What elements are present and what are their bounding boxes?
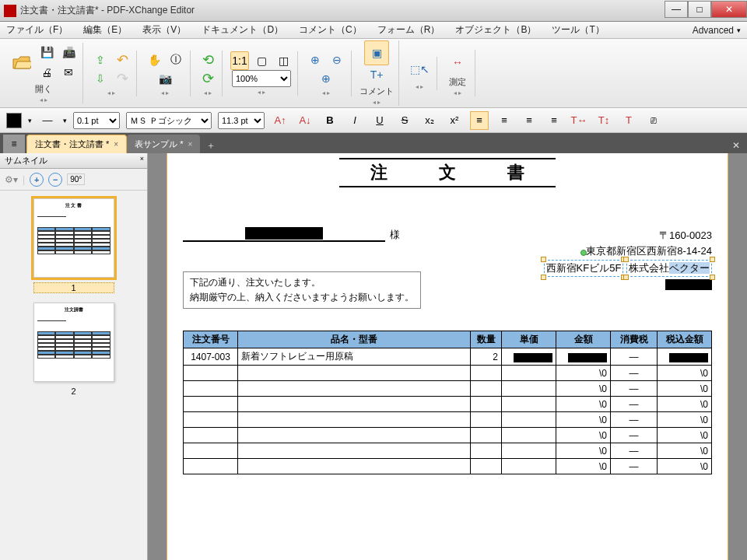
close-button[interactable]: ✕ [711, 1, 747, 18]
zoom-marquee-button[interactable]: ⊕ [317, 69, 335, 88]
menu-form[interactable]: フォーム（R） [377, 23, 440, 37]
export-button[interactable]: ⇪ [91, 51, 110, 69]
align-justify[interactable]: ≡ [545, 111, 563, 130]
document-area: 注 文 書 様 〒160-0023 東京都新宿区西新宿8-14-24 西新宿KF… [148, 153, 747, 560]
zoom-out-button[interactable]: ⊖ [328, 51, 346, 69]
line-width-select[interactable]: 0.1 pt [73, 112, 120, 129]
underline-button[interactable]: U [370, 111, 389, 130]
menu-file[interactable]: ファイル（F） [6, 23, 68, 37]
grow-font[interactable]: A↑ [271, 111, 289, 130]
thumb-zoom-out[interactable]: − [48, 173, 62, 187]
italic-button[interactable]: I [345, 111, 364, 130]
object-select[interactable]: ⬚↖ [407, 57, 432, 82]
open-button[interactable] [9, 50, 34, 75]
table-cell [502, 348, 556, 366]
clear-format[interactable]: ⎚ [644, 111, 663, 130]
fill-color[interactable] [6, 113, 22, 128]
email-button[interactable]: ✉ [59, 63, 78, 82]
select-tool[interactable]: Ⓘ [167, 51, 185, 69]
tab-close-all[interactable]: ✕ [728, 138, 744, 153]
minimize-button[interactable]: — [665, 1, 688, 18]
strike-button[interactable]: S [395, 111, 414, 130]
text-options[interactable]: T [619, 111, 638, 130]
panel-close-icon[interactable]: × [140, 155, 144, 163]
align-left[interactable]: ≡ [470, 111, 489, 130]
thumb-rotate[interactable]: 90° [67, 173, 85, 185]
table-cell: \0 [556, 366, 611, 381]
note-box: 下記の通り、注文いたします。 納期厳守の上、納入くださいますようお願いします。 [183, 271, 421, 309]
undo-button[interactable]: ↶ [113, 51, 132, 69]
thumb-zoom-in[interactable]: + [30, 173, 44, 187]
align-center[interactable]: ≡ [495, 111, 514, 130]
subscript-button[interactable]: x₂ [420, 111, 439, 130]
thumbnail-toolbar: ⚙▾ | + − 90° [0, 169, 147, 191]
table-cell [184, 412, 238, 428]
tab-handle[interactable]: ≡ [3, 135, 25, 153]
table-cell: \0 [658, 397, 712, 412]
thumbnail-1[interactable]: 注 文 書 1 [33, 198, 114, 293]
table-cell: — [611, 459, 658, 474]
hand-tool[interactable]: ✋ [145, 51, 163, 69]
add-text-button[interactable]: T+ [367, 65, 386, 84]
line-style[interactable]: — [38, 111, 57, 130]
menu-document[interactable]: ドキュメント（D） [202, 23, 283, 37]
document-scroll[interactable]: 注 文 書 様 〒160-0023 東京都新宿区西新宿8-14-24 西新宿KF… [148, 153, 747, 560]
tab-close-icon[interactable]: × [188, 140, 193, 149]
menu-comment[interactable]: コメント（C） [299, 23, 362, 37]
redacted [665, 279, 712, 290]
font-size-select[interactable]: 11.3 pt [218, 112, 265, 129]
actual-size-button[interactable]: 1:1 [230, 51, 249, 70]
save-button[interactable]: 💾 [37, 43, 56, 61]
table-row: \0—\0 [184, 397, 712, 412]
thumbnail-2[interactable]: 注文請書 2 [33, 303, 114, 396]
align-right[interactable]: ≡ [520, 111, 538, 130]
table-cell: \0 [556, 397, 611, 412]
tab-close-icon[interactable]: × [114, 140, 118, 149]
bold-button[interactable]: B [321, 111, 339, 130]
chevron-down-icon[interactable]: ▾ [737, 26, 741, 34]
rotate-ccw-button[interactable]: ⟲ [198, 51, 217, 69]
superscript-button[interactable]: x² [445, 111, 464, 130]
text-scale-h[interactable]: T↔ [570, 111, 588, 130]
zoom-select[interactable]: 100% [232, 70, 291, 87]
page-1[interactable]: 注 文 書 様 〒160-0023 東京都新宿区西新宿8-14-24 西新宿KF… [167, 153, 728, 560]
redacted [245, 227, 323, 240]
tab-new-button[interactable]: ＋ [203, 138, 219, 153]
table-cell [502, 412, 556, 428]
redo-button[interactable]: ↷ [113, 69, 132, 88]
table-cell [471, 443, 502, 459]
fit-page-button[interactable]: ▢ [252, 51, 271, 70]
table-cell: \0 [556, 459, 611, 474]
comment-tool[interactable]: ▣ [364, 40, 389, 65]
text-scale-v[interactable]: T↕ [594, 111, 613, 130]
gear-icon[interactable]: ⚙▾ [5, 174, 18, 185]
table-cell [184, 366, 238, 381]
scan-button[interactable]: 📠 [59, 43, 78, 61]
fit-width-button[interactable]: ◫ [274, 51, 293, 70]
recipient-sama: 様 [390, 228, 400, 242]
table-row: \0—\0 [184, 443, 712, 459]
tab-inactive[interactable]: 表サンプル * × [127, 135, 200, 153]
shrink-font[interactable]: A↓ [296, 111, 314, 130]
zoom-in-button[interactable]: ⊕ [306, 51, 324, 69]
font-select[interactable]: ＭＳ Ｐゴシック [126, 112, 212, 129]
selected-text[interactable]: ベクター [669, 262, 710, 274]
menu-tool[interactable]: ツール（T） [552, 23, 604, 37]
import-button[interactable]: ⇩ [91, 69, 110, 88]
editing-text-box[interactable]: 西新宿KFビル5F [544, 260, 624, 277]
rotate-cw-button[interactable]: ⟳ [198, 69, 217, 88]
tab-active[interactable]: 注文書・注文請書 * × [26, 135, 127, 153]
menu-view[interactable]: 表示（V） [142, 23, 186, 37]
table-header: 品名・型番 [238, 331, 471, 348]
menu-advanced[interactable]: Advanced [693, 25, 734, 36]
table-cell: 2 [471, 348, 502, 366]
maximize-button[interactable]: □ [688, 1, 711, 18]
print-button[interactable]: 🖨 [37, 63, 56, 82]
table-cell [502, 397, 556, 412]
menu-edit[interactable]: 編集（E） [83, 23, 127, 37]
snapshot-tool[interactable]: 📷 [156, 69, 174, 88]
menu-object[interactable]: オブジェクト（B） [455, 23, 536, 37]
editing-text-box-2[interactable]: 株式会社ベクター [626, 260, 712, 277]
measure-tool[interactable]: ↔ [445, 50, 470, 75]
table-cell [502, 381, 556, 397]
